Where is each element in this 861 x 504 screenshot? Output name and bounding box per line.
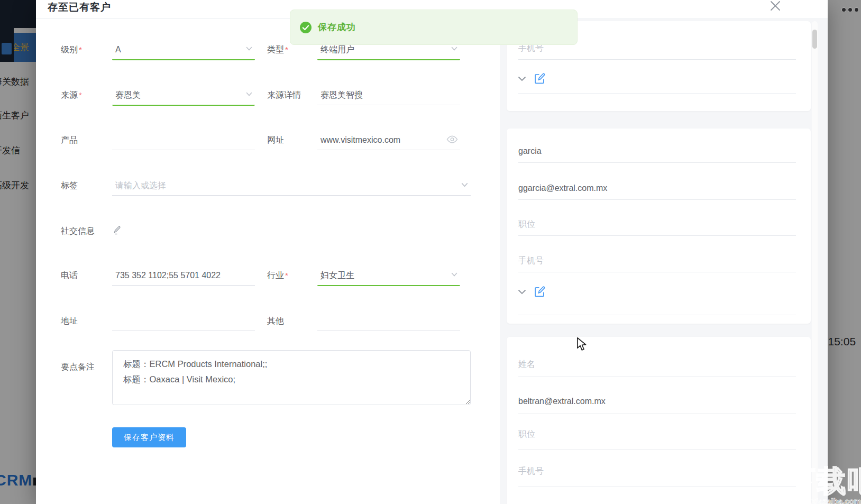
input-underline xyxy=(518,235,796,236)
job-title-field[interactable]: 职位 xyxy=(518,428,535,440)
source-detail-label: 来源详情 xyxy=(267,89,301,101)
edit-contact-icon[interactable] xyxy=(534,286,545,299)
toast-message: 保存成功 xyxy=(318,21,356,33)
input-underline xyxy=(518,272,796,272)
level-label: 级别* xyxy=(61,44,82,56)
website-label: 网址 xyxy=(267,134,284,146)
industry-select[interactable]: 妇女卫生 xyxy=(317,266,460,286)
modal-dim-overlay-left xyxy=(0,0,36,504)
name-field[interactable]: 姓名 xyxy=(518,359,535,370)
close-icon[interactable] xyxy=(770,0,782,13)
modal-dim-overlay-right xyxy=(828,0,861,504)
source-select[interactable]: 赛恩美 xyxy=(112,86,255,106)
input-underline xyxy=(518,450,796,450)
mobile-field[interactable]: 手机号 xyxy=(518,255,544,267)
input-underline xyxy=(518,199,796,200)
success-toast: 保存成功 xyxy=(290,10,578,45)
phone-label: 电话 xyxy=(61,270,78,281)
screen: 客户全景 海关数据 陌生客户 开发信 高级开发 CRM 3 15:05 存至已有… xyxy=(0,0,861,504)
phone-input[interactable]: 735 352 1102;55 5701 4022 xyxy=(112,266,255,286)
eye-icon[interactable] xyxy=(446,135,458,145)
industry-label: 行业* xyxy=(267,270,288,281)
panel-scrollbar-track[interactable] xyxy=(812,21,818,504)
chevron-down-icon xyxy=(451,271,458,280)
chevron-down-icon xyxy=(245,45,253,54)
input-underline xyxy=(518,414,796,414)
address-label: 地址 xyxy=(61,315,78,327)
contact-card-3: 姓名 beltran@extral.com.mx 职位 手机号 xyxy=(507,337,811,504)
collapse-chevron-icon[interactable] xyxy=(517,287,527,299)
tags-label: 标签 xyxy=(61,180,78,191)
card-divider xyxy=(518,93,796,94)
success-check-icon xyxy=(300,22,312,33)
collapse-chevron-icon[interactable] xyxy=(517,74,527,86)
type-label: 类型* xyxy=(267,44,288,56)
input-underline xyxy=(518,162,796,163)
email-field[interactable]: beltran@extral.com.mx xyxy=(518,396,606,407)
website-input[interactable]: www.visitmexico.com xyxy=(317,131,460,150)
input-underline xyxy=(518,487,796,487)
mouse-cursor xyxy=(576,337,588,353)
product-label: 产品 xyxy=(61,134,78,146)
source-detail-input[interactable]: 赛恩美智搜 xyxy=(317,86,460,105)
overflow-dots-icon xyxy=(842,8,858,12)
source-label: 来源* xyxy=(61,89,82,101)
input-underline xyxy=(518,377,796,377)
other-input[interactable] xyxy=(317,311,460,331)
job-title-field[interactable]: 职位 xyxy=(518,218,535,230)
address-input[interactable] xyxy=(112,311,255,331)
name-field[interactable]: garcia xyxy=(518,145,542,157)
chevron-down-icon xyxy=(245,90,253,100)
notes-label: 要点备注 xyxy=(61,361,95,373)
other-label: 其他 xyxy=(267,315,284,327)
contact-card-2: garcia ggarcia@extral.com.mx 职位 手机号 xyxy=(507,129,811,324)
email-field[interactable]: ggarcia@extral.com.mx xyxy=(518,182,607,194)
social-edit-pencil-icon[interactable] xyxy=(113,225,122,237)
product-input[interactable] xyxy=(112,131,255,150)
edit-contact-icon[interactable] xyxy=(534,73,545,86)
notes-textarea[interactable]: 标题：ERCM Products International;; 标题：Oaxa… xyxy=(112,350,471,405)
level-select[interactable]: A xyxy=(112,40,255,60)
save-customer-button[interactable]: 保存客户资料 xyxy=(112,427,186,447)
chevron-down-icon xyxy=(451,45,458,54)
mobile-field[interactable]: 手机号 xyxy=(518,465,544,477)
card-divider xyxy=(518,315,796,315)
panel-scrollbar-thumb[interactable] xyxy=(812,30,817,49)
chevron-down-icon xyxy=(461,181,469,191)
social-label: 社交信息 xyxy=(61,225,95,237)
input-underline xyxy=(518,59,796,60)
modal-title: 存至已有客户 xyxy=(48,1,111,14)
tags-select[interactable]: 请输入或选择 xyxy=(112,176,471,196)
